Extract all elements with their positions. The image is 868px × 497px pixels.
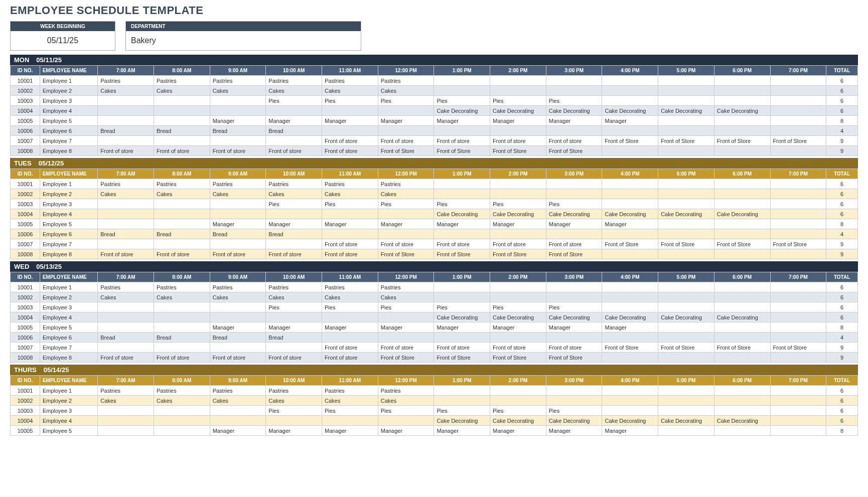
cell-hour[interactable] xyxy=(210,343,266,353)
cell-hour[interactable]: Cake Decorating xyxy=(434,416,490,426)
cell-hour[interactable] xyxy=(602,76,658,86)
cell-hour[interactable] xyxy=(154,406,210,416)
cell-hour[interactable] xyxy=(714,396,770,406)
cell-hour[interactable]: Cake Decorating xyxy=(602,209,658,219)
cell-hour[interactable] xyxy=(154,219,210,229)
cell-id[interactable]: 10005 xyxy=(11,322,40,333)
cell-hour[interactable]: Manager xyxy=(266,426,322,436)
cell-id[interactable]: 10004 xyxy=(11,209,40,219)
cell-hour[interactable]: Pies xyxy=(266,96,322,106)
cell-hour[interactable]: Front of store xyxy=(154,146,210,156)
cell-hour[interactable]: Pies xyxy=(546,199,602,209)
cell-hour[interactable] xyxy=(378,229,434,239)
cell-hour[interactable] xyxy=(154,343,210,353)
cell-hour[interactable] xyxy=(770,282,826,292)
cell-hour[interactable] xyxy=(658,426,714,436)
cell-hour[interactable] xyxy=(490,179,546,189)
cell-name[interactable]: Employee 3 xyxy=(40,199,97,209)
cell-id[interactable]: 10002 xyxy=(11,396,40,406)
cell-hour[interactable] xyxy=(490,189,546,199)
cell-hour[interactable]: Cake Decorating xyxy=(658,106,714,116)
cell-hour[interactable]: Pastries xyxy=(210,76,266,86)
cell-hour[interactable]: Pies xyxy=(490,302,546,312)
cell-hour[interactable] xyxy=(210,136,266,146)
cell-hour[interactable]: Front of Store xyxy=(546,146,602,156)
cell-hour[interactable]: Cake Decorating xyxy=(602,106,658,116)
cell-hour[interactable] xyxy=(602,86,658,96)
cell-hour[interactable]: Cake Decorating xyxy=(714,106,770,116)
cell-id[interactable]: 10006 xyxy=(11,333,40,343)
cell-hour[interactable] xyxy=(546,333,602,343)
cell-hour[interactable]: Bread xyxy=(210,333,266,343)
cell-hour[interactable]: Front of store xyxy=(98,146,154,156)
cell-hour[interactable] xyxy=(658,189,714,199)
cell-hour[interactable]: Cakes xyxy=(98,396,154,406)
cell-hour[interactable]: Pies xyxy=(378,406,434,416)
cell-hour[interactable]: Cakes xyxy=(322,292,378,302)
cell-hour[interactable]: Cakes xyxy=(154,189,210,199)
cell-name[interactable]: Employee 5 xyxy=(40,426,97,436)
cell-hour[interactable] xyxy=(658,219,714,229)
cell-hour[interactable]: Pastries xyxy=(266,282,322,292)
cell-hour[interactable] xyxy=(770,126,826,136)
cell-hour[interactable] xyxy=(658,333,714,343)
cell-hour[interactable]: Pastries xyxy=(378,76,434,86)
cell-hour[interactable]: Front of Store xyxy=(714,136,770,146)
cell-hour[interactable] xyxy=(602,406,658,416)
cell-hour[interactable]: Front of store xyxy=(210,146,266,156)
cell-hour[interactable]: Pastries xyxy=(322,179,378,189)
cell-name[interactable]: Employee 4 xyxy=(40,416,97,426)
cell-hour[interactable]: Cake Decorating xyxy=(714,312,770,322)
cell-hour[interactable]: Pastries xyxy=(98,282,154,292)
cell-hour[interactable]: Cakes xyxy=(378,292,434,302)
cell-hour[interactable]: Bread xyxy=(98,126,154,136)
cell-hour[interactable]: Front of store xyxy=(434,343,490,353)
cell-name[interactable]: Employee 6 xyxy=(40,229,97,239)
cell-name[interactable]: Employee 5 xyxy=(40,219,97,229)
cell-name[interactable]: Employee 6 xyxy=(40,126,97,136)
cell-hour[interactable]: Front of Store xyxy=(714,343,770,353)
cell-hour[interactable]: Manager xyxy=(266,322,322,333)
cell-hour[interactable] xyxy=(322,106,378,116)
cell-hour[interactable]: Cakes xyxy=(210,86,266,96)
cell-hour[interactable] xyxy=(378,312,434,322)
cell-hour[interactable] xyxy=(546,386,602,396)
cell-name[interactable]: Employee 3 xyxy=(40,406,97,416)
cell-hour[interactable] xyxy=(154,312,210,322)
cell-hour[interactable] xyxy=(98,302,154,312)
cell-hour[interactable] xyxy=(434,76,490,86)
cell-hour[interactable]: Pies xyxy=(322,302,378,312)
cell-hour[interactable]: Pastries xyxy=(322,76,378,86)
cell-hour[interactable] xyxy=(546,76,602,86)
cell-hour[interactable] xyxy=(490,86,546,96)
cell-hour[interactable] xyxy=(658,229,714,239)
cell-hour[interactable]: Front of store xyxy=(322,136,378,146)
cell-hour[interactable] xyxy=(546,396,602,406)
cell-hour[interactable] xyxy=(154,209,210,219)
cell-hour[interactable] xyxy=(714,249,770,259)
cell-hour[interactable] xyxy=(98,209,154,219)
cell-hour[interactable] xyxy=(210,209,266,219)
cell-hour[interactable]: Pastries xyxy=(378,179,434,189)
cell-name[interactable]: Employee 8 xyxy=(40,146,97,156)
cell-hour[interactable] xyxy=(770,426,826,436)
cell-hour[interactable]: Manager xyxy=(546,116,602,126)
cell-hour[interactable]: Front of Store xyxy=(770,239,826,249)
cell-hour[interactable]: Bread xyxy=(154,229,210,239)
cell-hour[interactable] xyxy=(154,302,210,312)
cell-hour[interactable] xyxy=(322,229,378,239)
cell-hour[interactable] xyxy=(658,396,714,406)
cell-hour[interactable] xyxy=(602,282,658,292)
cell-hour[interactable]: Pies xyxy=(322,96,378,106)
cell-hour[interactable] xyxy=(490,126,546,136)
cell-id[interactable]: 10005 xyxy=(11,219,40,229)
cell-id[interactable]: 10006 xyxy=(11,126,40,136)
cell-hour[interactable]: Pastries xyxy=(266,386,322,396)
cell-hour[interactable]: Pastries xyxy=(154,282,210,292)
cell-name[interactable]: Employee 6 xyxy=(40,333,97,343)
department-value[interactable]: Bakery xyxy=(126,31,361,50)
cell-hour[interactable] xyxy=(770,146,826,156)
cell-name[interactable]: Employee 7 xyxy=(40,239,97,249)
cell-hour[interactable] xyxy=(210,312,266,322)
cell-id[interactable]: 10007 xyxy=(11,239,40,249)
